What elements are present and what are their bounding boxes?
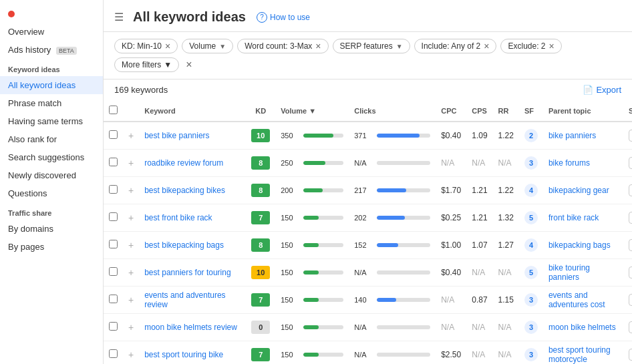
serp-button[interactable]: SERP ▼: [629, 349, 632, 361]
help-link[interactable]: ? How to use: [257, 12, 310, 23]
serp-button[interactable]: SERP ▼: [629, 266, 632, 279]
keyword-link[interactable]: best panniers for touring: [144, 268, 230, 277]
row-checkbox[interactable]: [109, 267, 118, 276]
sidebar-item-having-same-terms[interactable]: Having same terms: [0, 112, 103, 130]
keyword-link[interactable]: best sport touring bike: [144, 350, 223, 359]
parent-topic-link[interactable]: bikepacking gear: [548, 186, 609, 195]
sf-badge[interactable]: 3: [524, 348, 538, 361]
row-checkbox[interactable]: [109, 212, 118, 221]
filter-volume[interactable]: Volume ▼: [182, 39, 233, 53]
parent-topic-link[interactable]: bike panniers: [548, 131, 596, 140]
serp-button[interactable]: SERP ▼: [629, 184, 632, 196]
serp-button[interactable]: SERP ▼: [629, 130, 632, 142]
header-volume[interactable]: Volume ▼: [275, 100, 349, 122]
header-kd[interactable]: KD: [246, 100, 275, 122]
add-keyword-icon[interactable]: +: [128, 295, 134, 305]
filter-word-count-remove[interactable]: ×: [315, 41, 321, 51]
parent-topic-link[interactable]: events and adventures cost: [548, 291, 605, 309]
row-checkbox[interactable]: [109, 349, 118, 358]
keyword-link[interactable]: best bike panniers: [144, 131, 209, 140]
sidebar-item-by-domains[interactable]: By domains: [0, 220, 103, 238]
header-serp[interactable]: SERP: [623, 100, 632, 122]
row-checkbox[interactable]: [109, 240, 118, 248]
add-keyword-icon[interactable]: +: [128, 267, 134, 278]
sidebar-item-newly-discovered[interactable]: Newly discovered: [0, 166, 103, 184]
filter-word-count[interactable]: Word count: 3-Max ×: [237, 39, 328, 53]
header-keyword[interactable]: Keyword: [139, 100, 246, 122]
more-filters-button[interactable]: More filters ▼: [114, 57, 179, 72]
row-parent-cell: events and adventures cost: [543, 287, 623, 314]
filter-kd-remove[interactable]: ×: [165, 41, 170, 51]
row-kd-cell: 8: [246, 177, 275, 204]
row-checkbox[interactable]: [109, 130, 118, 139]
header-cps[interactable]: CPS: [466, 100, 492, 122]
row-parent-cell: bikepacking bags: [543, 232, 623, 259]
filter-exclude-remove[interactable]: ×: [549, 41, 555, 51]
row-checkbox[interactable]: [109, 158, 118, 166]
add-keyword-icon[interactable]: +: [128, 185, 134, 196]
keyword-highlight: best: [144, 268, 160, 277]
filter-exclude[interactable]: Exclude: 2 ×: [500, 39, 561, 53]
sidebar-item-overview[interactable]: Overview: [0, 23, 103, 41]
sidebar-item-ads-history[interactable]: Ads history BETA: [0, 41, 103, 59]
sidebar-item-by-pages[interactable]: By pages: [0, 238, 103, 256]
keyword-link[interactable]: events and adventures review: [144, 291, 225, 309]
row-checkbox[interactable]: [109, 185, 118, 194]
sidebar-item-also-rank-for[interactable]: Also rank for: [0, 130, 103, 148]
sf-badge[interactable]: 3: [524, 156, 538, 170]
add-keyword-icon[interactable]: +: [128, 349, 134, 360]
parent-topic-link[interactable]: best sport touring motorcycle: [548, 345, 611, 364]
serp-button[interactable]: SERP ▼: [629, 294, 632, 306]
clear-all-filters[interactable]: ×: [186, 59, 192, 71]
header-cpc[interactable]: CPC: [436, 100, 466, 122]
parent-topic-link[interactable]: front bike rack: [548, 213, 599, 222]
filter-include-remove[interactable]: ×: [484, 41, 489, 51]
sf-badge[interactable]: 5: [524, 266, 538, 279]
row-checkbox[interactable]: [109, 295, 118, 303]
add-keyword-icon[interactable]: +: [128, 130, 134, 141]
keyword-link[interactable]: best bikepacking bikes: [144, 186, 225, 195]
serp-button[interactable]: SERP ▼: [629, 212, 632, 224]
row-parent-cell: moon bike helmets: [543, 314, 623, 341]
sf-badge[interactable]: 4: [524, 238, 538, 252]
serp-button[interactable]: SERP ▼: [629, 239, 632, 251]
sidebar-item-all-keyword-ideas[interactable]: All keyword ideas: [0, 76, 103, 94]
parent-topic-link[interactable]: bike touring panniers: [548, 263, 590, 282]
serp-button[interactable]: SERP ▼: [629, 157, 632, 169]
row-checkbox[interactable]: [109, 322, 118, 331]
header-sf[interactable]: SF: [519, 100, 543, 122]
row-add-cell: +: [123, 314, 139, 341]
filter-serp[interactable]: SERP features ▼: [333, 39, 410, 53]
keyword-link[interactable]: roadbike review forum: [144, 158, 223, 168]
keyword-link[interactable]: best front bike rack: [144, 213, 212, 222]
sidebar-item-questions[interactable]: Questions: [0, 184, 103, 202]
rr-value: 1.22: [498, 186, 514, 195]
sidebar-item-phrase-match[interactable]: Phrase match: [0, 94, 103, 112]
clicks-bar-fill: [377, 134, 420, 138]
filter-include[interactable]: Include: Any of 2 ×: [414, 39, 497, 53]
add-keyword-icon[interactable]: +: [128, 212, 134, 223]
keyword-link[interactable]: best bikepacking bags: [144, 240, 224, 250]
row-cps-cell: 1.07: [466, 232, 492, 259]
sf-badge[interactable]: 2: [524, 129, 538, 142]
parent-topic-link[interactable]: bikepacking bags: [548, 240, 611, 250]
header-clicks[interactable]: Clicks: [349, 100, 436, 122]
sidebar-item-search-suggestions[interactable]: Search suggestions: [0, 148, 103, 166]
add-keyword-icon[interactable]: +: [128, 322, 134, 333]
sf-badge[interactable]: 5: [524, 211, 538, 224]
export-button[interactable]: 📄 Export: [583, 85, 621, 95]
parent-topic-link[interactable]: bike forums: [548, 158, 590, 168]
hamburger-icon[interactable]: ☰: [114, 11, 124, 23]
header-rr[interactable]: RR: [493, 100, 519, 122]
select-all-checkbox[interactable]: [109, 106, 118, 114]
serp-button[interactable]: SERP ▼: [629, 321, 632, 333]
sf-badge[interactable]: 3: [524, 321, 538, 334]
add-keyword-icon[interactable]: +: [128, 240, 134, 250]
keyword-link[interactable]: moon bike helmets review: [144, 323, 237, 332]
sf-badge[interactable]: 3: [524, 293, 538, 307]
add-keyword-icon[interactable]: +: [128, 158, 134, 168]
filter-kd[interactable]: KD: Min-10 ×: [114, 39, 178, 53]
header-parent-topic[interactable]: Parent topic: [543, 100, 623, 122]
sf-badge[interactable]: 4: [524, 184, 538, 197]
parent-topic-link[interactable]: moon bike helmets: [548, 323, 616, 332]
